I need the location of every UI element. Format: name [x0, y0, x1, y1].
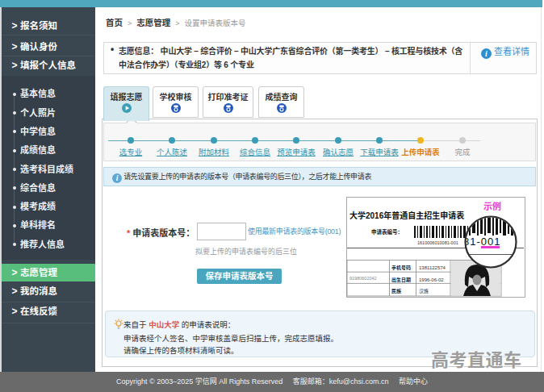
svg-text:民族: 民族 — [391, 288, 401, 294]
svg-text:出生日期: 出生日期 — [391, 277, 411, 283]
svg-text:示例: 示例 — [483, 201, 501, 211]
svg-text:大学2016年普通自主招生申请表: 大学2016年普通自主招生申请表 — [349, 211, 464, 220]
svg-text:91980602042: 91980602042 — [349, 276, 377, 281]
svg-text:手机号码: 手机号码 — [391, 265, 411, 271]
svg-text:申请表编号：: 申请表编号： — [371, 228, 403, 236]
svg-text:1381122574: 1381122574 — [419, 265, 446, 270]
svg-text:81-001: 81-001 — [463, 236, 500, 248]
svg-text:1610006010081-001: 1610006010081-001 — [417, 240, 458, 245]
svg-text:汉族: 汉族 — [419, 288, 429, 294]
svg-text:1996-06-02: 1996-06-02 — [419, 277, 444, 282]
